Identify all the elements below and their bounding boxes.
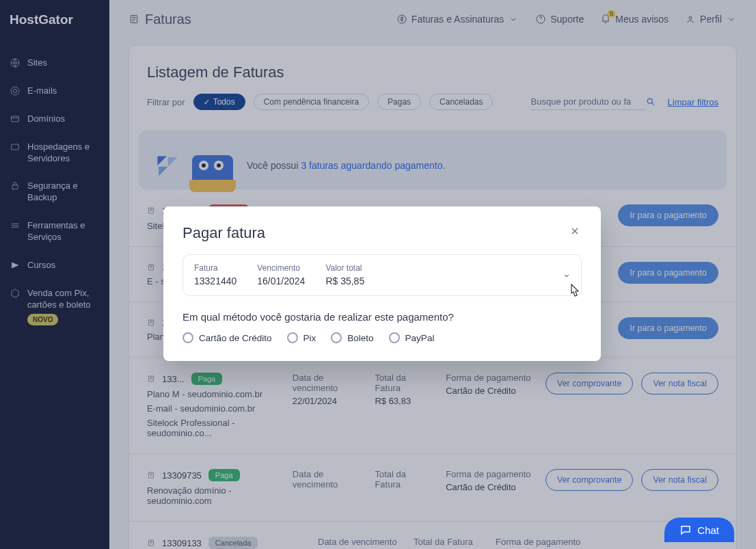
chat-icon: [679, 524, 692, 536]
close-icon[interactable]: [568, 224, 582, 238]
chevron-down-icon: [562, 271, 571, 280]
modal-question: Em qual método você gostaria de realizar…: [163, 296, 601, 327]
modal-invoice-summary[interactable]: Fatura13321440 Vencimento16/01/2024 Valo…: [183, 254, 582, 296]
radio-cartao[interactable]: Cartão de Crédito: [183, 332, 272, 343]
modal-title: Pagar fatura: [183, 224, 568, 242]
pay-invoice-modal: Pagar fatura Fatura13321440 Vencimento16…: [163, 206, 601, 361]
radio-pix[interactable]: Pix: [287, 332, 316, 343]
radio-boleto[interactable]: Boleto: [331, 332, 373, 343]
radio-paypal[interactable]: PayPal: [389, 332, 435, 343]
chat-button[interactable]: Chat: [664, 518, 734, 542]
